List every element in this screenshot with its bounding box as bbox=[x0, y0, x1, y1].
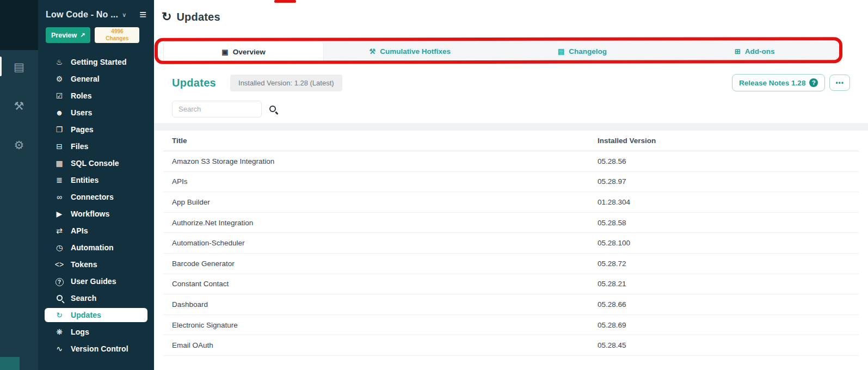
row-title: Barcode Generator bbox=[172, 260, 598, 268]
flame-icon: ♨ bbox=[53, 58, 65, 66]
sidebar-item-sql-console[interactable]: ▦ SQL Console bbox=[45, 156, 147, 170]
sidebar-item-workflows[interactable]: ▶ Workflows bbox=[45, 207, 147, 221]
hamburger-menu-icon[interactable]: ≡ bbox=[139, 9, 146, 21]
tab-label: Add-ons bbox=[745, 47, 775, 55]
play-icon: ▶ bbox=[53, 209, 65, 218]
sidebar-item-apis[interactable]: ⇄ APIs bbox=[45, 224, 147, 238]
row-title: Constant Contact bbox=[172, 280, 598, 288]
row-version: 05.28.56 bbox=[598, 157, 859, 165]
sidebar-item-user-guides[interactable]: ? User Guides bbox=[45, 274, 147, 288]
row-version: 05.28.72 bbox=[598, 260, 859, 268]
table-header-row: Title Installed Version bbox=[163, 131, 859, 151]
table-row[interactable]: Dashboard 05.28.66 bbox=[163, 294, 859, 315]
changes-label: Changes bbox=[98, 35, 136, 42]
workspace-title[interactable]: Low Code - No ... bbox=[46, 10, 118, 20]
sidebar-item-label: Roles bbox=[71, 91, 92, 100]
sidebar-item-connectors[interactable]: ∞ Connectors bbox=[45, 190, 147, 204]
document-icon: ▤ bbox=[558, 47, 564, 55]
sidebar-item-automation[interactable]: ◷ Automation bbox=[45, 240, 147, 255]
tab-label: Overview bbox=[233, 48, 266, 56]
row-title: App Builder bbox=[172, 198, 598, 206]
sidebar-item-label: SQL Console bbox=[71, 159, 119, 168]
sidebar-item-label: Version Control bbox=[71, 344, 128, 353]
window-icon: ❐ bbox=[53, 125, 65, 134]
tab-bar: ▣ Overview ⚒ Cumulative Hotfixes ▤ Chang… bbox=[163, 41, 841, 62]
sidebar-item-getting-started[interactable]: ♨ Getting Started bbox=[45, 55, 147, 69]
changes-count: 4996 bbox=[98, 28, 136, 35]
settings-gear-icon[interactable]: ⚙ bbox=[11, 137, 27, 153]
sidebar-item-roles[interactable]: ☑ Roles bbox=[45, 89, 147, 103]
chevron-down-icon[interactable]: ∨ bbox=[122, 11, 126, 18]
page-refresh-icon[interactable]: ↻ bbox=[162, 11, 171, 23]
row-title: Automation-Scheduler bbox=[172, 239, 598, 247]
tab-add-ons[interactable]: ⊞ Add-ons bbox=[668, 41, 841, 61]
api-arrow-icon: ⇄ bbox=[53, 226, 65, 235]
tab-cumulative-hotfixes[interactable]: ⚒ Cumulative Hotfixes bbox=[324, 41, 496, 61]
search-input[interactable] bbox=[172, 101, 262, 118]
sidebar: Low Code - No ... ∨ ≡ Preview ↗ 4996 Cha… bbox=[38, 0, 154, 370]
sidebar-item-label: General bbox=[71, 75, 100, 83]
table-row[interactable]: Electronic Signature 05.28.69 bbox=[163, 315, 859, 336]
table-row[interactable]: App Builder 01.28.304 bbox=[163, 192, 859, 213]
sidebar-item-logs[interactable]: ❋ Logs bbox=[45, 325, 147, 339]
sidebar-item-tokens[interactable]: <> Tokens bbox=[45, 257, 147, 272]
column-title: Title bbox=[172, 137, 598, 145]
row-version: 05.28.21 bbox=[598, 280, 859, 288]
more-options-button[interactable]: ••• bbox=[829, 75, 850, 91]
external-link-icon: ↗ bbox=[80, 32, 85, 39]
users-icon: ☻ bbox=[53, 108, 65, 117]
sidebar-item-entities[interactable]: ≣ Entities bbox=[45, 173, 147, 187]
sidebar-item-label: Logs bbox=[71, 328, 89, 336]
row-version: 01.28.304 bbox=[598, 198, 859, 206]
table-row[interactable]: Barcode Generator 05.28.72 bbox=[163, 254, 859, 274]
release-notes-label: Release Notes 1.28 bbox=[739, 79, 805, 87]
tools-icon[interactable]: ⚒ bbox=[11, 98, 27, 114]
tab-changelog[interactable]: ▤ Changelog bbox=[496, 41, 669, 61]
tab-label: Changelog bbox=[569, 47, 607, 55]
wrench-icon: ⚒ bbox=[370, 47, 376, 55]
sidebar-item-label: Search bbox=[71, 294, 96, 303]
question-circle-icon: ? bbox=[56, 278, 64, 286]
sidebar-item-general[interactable]: ⚙ General bbox=[45, 72, 147, 86]
row-version: 05.28.97 bbox=[598, 177, 859, 186]
table-row-clipped[interactable] bbox=[163, 356, 859, 370]
search-submit-icon[interactable] bbox=[269, 106, 276, 112]
folder-icon: ⊟ bbox=[53, 142, 65, 151]
sidebar-item-label: Automation bbox=[71, 243, 114, 252]
table-row[interactable]: Automation-Scheduler 05.28.100 bbox=[163, 233, 859, 254]
table-row[interactable]: Authorize.Net Integration 05.28.58 bbox=[163, 213, 859, 233]
preview-button[interactable]: Preview ↗ bbox=[46, 27, 90, 43]
row-version: 05.28.45 bbox=[598, 341, 859, 349]
row-title: Email OAuth bbox=[172, 341, 598, 349]
icon-rail: ▤ ⚒ ⚙ bbox=[0, 0, 38, 370]
sidebar-item-label: User Guides bbox=[71, 277, 116, 286]
sidebar-nav: ♨ Getting Started ⚙ General ☑ Roles ☻ Us… bbox=[38, 55, 154, 356]
table-row[interactable]: APIs 05.28.97 bbox=[163, 172, 859, 193]
table-row[interactable]: Email OAuth 05.28.45 bbox=[163, 335, 859, 356]
section-divider bbox=[154, 123, 868, 131]
row-title: Amazon S3 Storage Integration bbox=[172, 157, 598, 165]
sidebar-item-search[interactable]: Search bbox=[45, 291, 147, 305]
preview-button-label: Preview bbox=[51, 32, 77, 39]
sidebar-item-label: Entities bbox=[71, 176, 99, 184]
sidebar-item-users[interactable]: ☻ Users bbox=[45, 106, 147, 120]
page-title: Updates bbox=[176, 11, 220, 23]
table-row[interactable]: Constant Contact 05.28.21 bbox=[163, 274, 859, 295]
code-brackets-icon: <> bbox=[53, 260, 65, 269]
panel-title: Updates bbox=[172, 77, 216, 89]
pages-panel-icon[interactable]: ▤ bbox=[11, 59, 27, 75]
sidebar-item-pages[interactable]: ❐ Pages bbox=[45, 122, 147, 137]
table-row[interactable]: Amazon S3 Storage Integration 05.28.56 bbox=[163, 151, 859, 172]
changes-button[interactable]: 4996 Changes bbox=[95, 27, 139, 43]
release-notes-button[interactable]: Release Notes 1.28 ? bbox=[732, 74, 825, 91]
row-version: 05.28.58 bbox=[598, 219, 859, 227]
sidebar-item-label: Pages bbox=[71, 125, 94, 134]
tab-overview[interactable]: ▣ Overview bbox=[163, 41, 324, 61]
sidebar-item-label: Users bbox=[71, 108, 92, 117]
updates-table: Title Installed Version Amazon S3 Storag… bbox=[163, 131, 859, 370]
sidebar-item-label: APIs bbox=[71, 226, 88, 235]
sidebar-item-updates[interactable]: ↻ Updates bbox=[45, 308, 147, 322]
sidebar-item-files[interactable]: ⊟ Files bbox=[45, 139, 147, 153]
link-icon: ∞ bbox=[53, 193, 65, 201]
sidebar-item-version-control[interactable]: ∿ Version Control bbox=[45, 342, 147, 356]
